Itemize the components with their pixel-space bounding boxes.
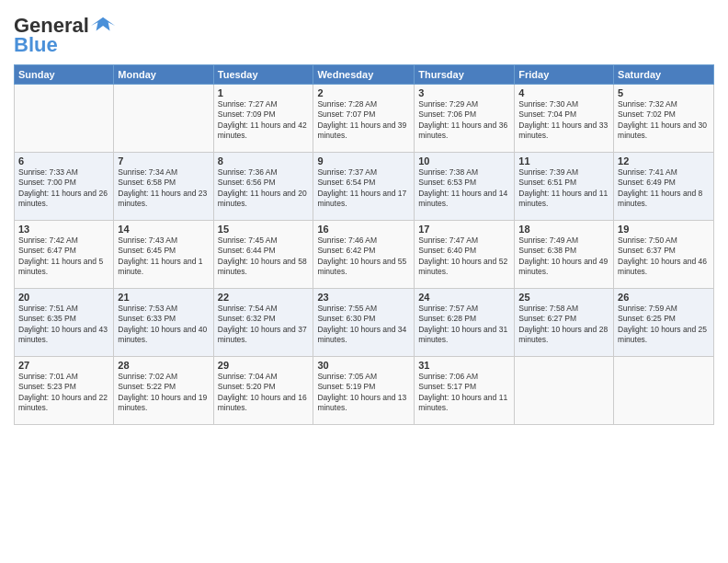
day-number: 9 [317, 155, 410, 167]
day-info: Sunrise: 7:54 AM Sunset: 6:32 PM Dayligh… [218, 304, 310, 346]
calendar-cell: 21Sunrise: 7:53 AM Sunset: 6:33 PM Dayli… [114, 289, 213, 357]
day-info: Sunrise: 7:36 AM Sunset: 6:56 PM Dayligh… [218, 167, 310, 210]
calendar-cell: 3Sunrise: 7:29 AM Sunset: 7:06 PM Daylig… [415, 85, 515, 153]
calendar-cell: 4Sunrise: 7:30 AM Sunset: 7:04 PM Daylig… [515, 85, 614, 153]
day-info: Sunrise: 7:46 AM Sunset: 6:42 PM Dayligh… [317, 236, 410, 278]
day-number: 28 [118, 360, 209, 371]
calendar-cell: 12Sunrise: 7:41 AM Sunset: 6:49 PM Dayli… [614, 153, 714, 221]
day-info: Sunrise: 7:39 AM Sunset: 6:51 PM Dayligh… [518, 167, 609, 210]
day-number: 3 [418, 87, 510, 98]
svg-marker-0 [91, 17, 115, 31]
day-info: Sunrise: 7:29 AM Sunset: 7:06 PM Dayligh… [418, 99, 510, 142]
day-info: Sunrise: 7:43 AM Sunset: 6:45 PM Dayligh… [118, 236, 209, 278]
day-number: 31 [418, 360, 510, 371]
day-info: Sunrise: 7:42 AM Sunset: 6:47 PM Dayligh… [18, 236, 109, 278]
day-number: 7 [118, 155, 209, 167]
header: General Blue [14, 9, 714, 57]
calendar-cell [15, 85, 114, 153]
day-number: 20 [18, 292, 109, 303]
day-number: 1 [218, 87, 310, 98]
calendar-cell: 30Sunrise: 7:05 AM Sunset: 5:19 PM Dayli… [313, 357, 415, 425]
day-info: Sunrise: 7:59 AM Sunset: 6:25 PM Dayligh… [618, 304, 710, 346]
calendar-cell: 18Sunrise: 7:49 AM Sunset: 6:38 PM Dayli… [515, 221, 614, 289]
day-info: Sunrise: 7:30 AM Sunset: 7:04 PM Dayligh… [518, 99, 609, 142]
calendar-week-row: 27Sunrise: 7:01 AM Sunset: 5:23 PM Dayli… [15, 357, 714, 425]
day-info: Sunrise: 7:49 AM Sunset: 6:38 PM Dayligh… [518, 236, 609, 278]
day-info: Sunrise: 7:33 AM Sunset: 7:00 PM Dayligh… [18, 167, 109, 210]
day-number: 29 [218, 360, 310, 371]
day-number: 4 [518, 87, 609, 98]
col-header-monday: Monday [114, 65, 213, 85]
calendar-cell: 1Sunrise: 7:27 AM Sunset: 7:09 PM Daylig… [213, 85, 313, 153]
calendar-cell: 17Sunrise: 7:47 AM Sunset: 6:40 PM Dayli… [415, 221, 515, 289]
col-header-thursday: Thursday [415, 65, 515, 85]
calendar-cell: 7Sunrise: 7:34 AM Sunset: 6:58 PM Daylig… [114, 153, 213, 221]
calendar-week-row: 13Sunrise: 7:42 AM Sunset: 6:47 PM Dayli… [15, 221, 714, 289]
day-info: Sunrise: 7:45 AM Sunset: 6:44 PM Dayligh… [218, 236, 310, 278]
day-number: 14 [118, 224, 209, 235]
day-info: Sunrise: 7:06 AM Sunset: 5:17 PM Dayligh… [418, 372, 510, 414]
calendar-cell: 26Sunrise: 7:59 AM Sunset: 6:25 PM Dayli… [614, 289, 714, 357]
day-info: Sunrise: 7:47 AM Sunset: 6:40 PM Dayligh… [418, 236, 510, 278]
day-number: 24 [418, 292, 510, 303]
day-info: Sunrise: 7:05 AM Sunset: 5:19 PM Dayligh… [317, 372, 410, 414]
day-number: 13 [18, 224, 109, 235]
calendar-cell: 8Sunrise: 7:36 AM Sunset: 6:56 PM Daylig… [213, 153, 313, 221]
day-info: Sunrise: 7:34 AM Sunset: 6:58 PM Dayligh… [118, 167, 209, 210]
calendar-cell: 5Sunrise: 7:32 AM Sunset: 7:02 PM Daylig… [614, 85, 714, 153]
day-number: 22 [218, 292, 310, 303]
day-number: 25 [518, 292, 609, 303]
calendar-cell: 24Sunrise: 7:57 AM Sunset: 6:28 PM Dayli… [415, 289, 515, 357]
day-info: Sunrise: 7:55 AM Sunset: 6:30 PM Dayligh… [317, 304, 410, 346]
calendar-cell: 14Sunrise: 7:43 AM Sunset: 6:45 PM Dayli… [114, 221, 213, 289]
day-info: Sunrise: 7:51 AM Sunset: 6:35 PM Dayligh… [18, 304, 109, 346]
calendar-cell: 25Sunrise: 7:58 AM Sunset: 6:27 PM Dayli… [515, 289, 614, 357]
calendar-cell: 9Sunrise: 7:37 AM Sunset: 6:54 PM Daylig… [313, 153, 415, 221]
day-number: 12 [618, 155, 710, 167]
col-header-sunday: Sunday [15, 65, 114, 85]
col-header-friday: Friday [515, 65, 614, 85]
calendar-cell: 29Sunrise: 7:04 AM Sunset: 5:20 PM Dayli… [213, 357, 313, 425]
col-header-saturday: Saturday [614, 65, 714, 85]
day-number: 21 [118, 292, 209, 303]
calendar-table: SundayMondayTuesdayWednesdayThursdayFrid… [14, 64, 714, 425]
day-number: 30 [317, 360, 410, 371]
day-info: Sunrise: 7:01 AM Sunset: 5:23 PM Dayligh… [18, 372, 109, 414]
calendar-cell: 11Sunrise: 7:39 AM Sunset: 6:51 PM Dayli… [515, 153, 614, 221]
day-number: 11 [518, 155, 609, 167]
day-info: Sunrise: 7:02 AM Sunset: 5:22 PM Dayligh… [118, 372, 209, 414]
day-info: Sunrise: 7:50 AM Sunset: 6:37 PM Dayligh… [618, 236, 710, 278]
day-number: 16 [317, 224, 410, 235]
calendar-cell: 22Sunrise: 7:54 AM Sunset: 6:32 PM Dayli… [213, 289, 313, 357]
day-number: 17 [418, 224, 510, 235]
calendar-cell: 19Sunrise: 7:50 AM Sunset: 6:37 PM Dayli… [614, 221, 714, 289]
calendar-week-row: 1Sunrise: 7:27 AM Sunset: 7:09 PM Daylig… [15, 85, 714, 153]
day-number: 18 [518, 224, 609, 235]
calendar-week-row: 6Sunrise: 7:33 AM Sunset: 7:00 PM Daylig… [15, 153, 714, 221]
logo-bird-icon [91, 13, 117, 39]
calendar-cell: 27Sunrise: 7:01 AM Sunset: 5:23 PM Dayli… [15, 357, 114, 425]
calendar-cell: 2Sunrise: 7:28 AM Sunset: 7:07 PM Daylig… [313, 85, 415, 153]
day-info: Sunrise: 7:27 AM Sunset: 7:09 PM Dayligh… [218, 99, 310, 142]
calendar-cell: 31Sunrise: 7:06 AM Sunset: 5:17 PM Dayli… [415, 357, 515, 425]
calendar-cell: 16Sunrise: 7:46 AM Sunset: 6:42 PM Dayli… [313, 221, 415, 289]
calendar-cell [515, 357, 614, 425]
calendar-cell: 13Sunrise: 7:42 AM Sunset: 6:47 PM Dayli… [15, 221, 114, 289]
day-info: Sunrise: 7:41 AM Sunset: 6:49 PM Dayligh… [618, 167, 710, 210]
calendar-cell [614, 357, 714, 425]
day-info: Sunrise: 7:04 AM Sunset: 5:20 PM Dayligh… [218, 372, 310, 414]
calendar-cell: 20Sunrise: 7:51 AM Sunset: 6:35 PM Dayli… [15, 289, 114, 357]
day-number: 26 [618, 292, 710, 303]
day-number: 8 [218, 155, 310, 167]
calendar-cell: 15Sunrise: 7:45 AM Sunset: 6:44 PM Dayli… [213, 221, 313, 289]
day-info: Sunrise: 7:37 AM Sunset: 6:54 PM Dayligh… [317, 167, 410, 210]
day-info: Sunrise: 7:57 AM Sunset: 6:28 PM Dayligh… [418, 304, 510, 346]
day-info: Sunrise: 7:58 AM Sunset: 6:27 PM Dayligh… [518, 304, 609, 346]
day-info: Sunrise: 7:53 AM Sunset: 6:33 PM Dayligh… [118, 304, 209, 346]
col-header-tuesday: Tuesday [213, 65, 313, 85]
day-info: Sunrise: 7:32 AM Sunset: 7:02 PM Dayligh… [618, 99, 710, 142]
day-number: 27 [18, 360, 109, 371]
day-number: 19 [618, 224, 710, 235]
day-info: Sunrise: 7:38 AM Sunset: 6:53 PM Dayligh… [418, 167, 510, 210]
col-header-wednesday: Wednesday [313, 65, 415, 85]
